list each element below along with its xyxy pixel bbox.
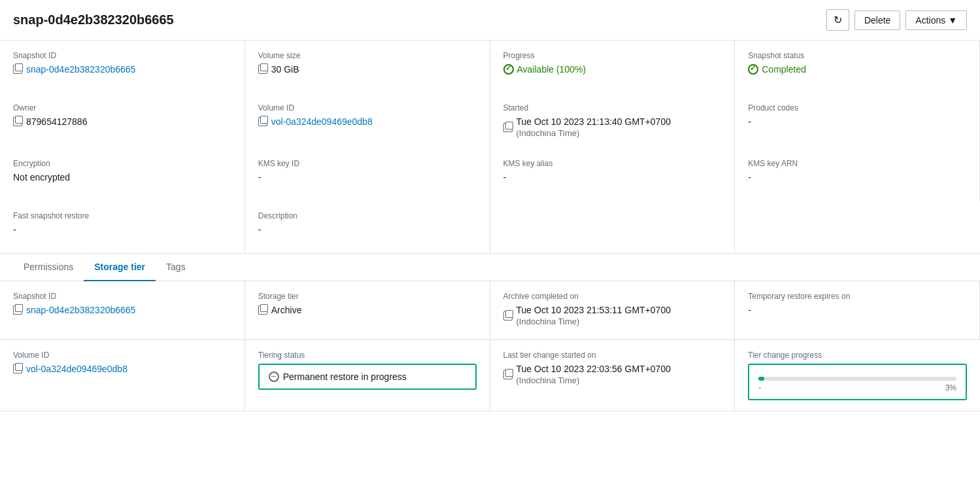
snapshot-status-cell: Snapshot status Completed bbox=[735, 41, 980, 93]
kms-key-id-label: KMS key ID bbox=[258, 159, 477, 168]
st-archive-completed-label: Archive completed on bbox=[503, 292, 722, 301]
encryption-value: Not encrypted bbox=[13, 172, 231, 182]
volume-id-value[interactable]: vol-0a324de09469e0db8 bbox=[258, 116, 477, 127]
progress-label-row: - 3% bbox=[758, 383, 956, 392]
st-archive-icon bbox=[503, 311, 513, 320]
owner-value: 879654127886 bbox=[13, 116, 231, 127]
st-tier-change-progress-cell: Tier change progress - 3% bbox=[735, 340, 980, 411]
st-storage-tier-cell: Storage tier Archive bbox=[245, 281, 490, 340]
kms-key-id-value: - bbox=[258, 172, 477, 182]
header-actions: ↻ Delete Actions ▼ bbox=[826, 9, 967, 31]
snapshot-status-label: Snapshot status bbox=[748, 51, 966, 60]
st-tiering-status-value: Permanent restore in progress bbox=[269, 371, 466, 382]
kms-key-alias-value: - bbox=[503, 172, 722, 182]
actions-button[interactable]: Actions ▼ bbox=[905, 10, 967, 30]
st-volume-id-cell: Volume ID vol-0a324de09469e0db8 bbox=[0, 340, 245, 411]
fast-snapshot-label: Fast snapshot restore bbox=[13, 211, 231, 220]
refresh-icon: ↻ bbox=[834, 14, 842, 26]
delete-button[interactable]: Delete bbox=[854, 10, 900, 30]
tab-tags[interactable]: Tags bbox=[156, 254, 196, 281]
refresh-button[interactable]: ↻ bbox=[826, 9, 849, 31]
volume-id-label: Volume ID bbox=[258, 103, 477, 112]
progress-label: Progress bbox=[503, 51, 722, 60]
st-last-tier-icon bbox=[503, 370, 513, 379]
progress-marker: - bbox=[758, 383, 761, 392]
progress-cell: Progress Available (100%) bbox=[490, 41, 735, 93]
fast-snapshot-cell: Fast snapshot restore - bbox=[0, 201, 245, 253]
st-snapshot-id-value[interactable]: snap-0d4e2b382320b6665 bbox=[13, 305, 231, 315]
fast-snapshot-value: - bbox=[13, 224, 231, 235]
st-snapshot-id-cell: Snapshot ID snap-0d4e2b382320b6665 bbox=[0, 281, 245, 340]
page-title: snap-0d4e2b382320b6665 bbox=[13, 12, 174, 27]
st-last-tier-change-label: Last tier change started on bbox=[503, 351, 722, 360]
product-codes-cell: Product codes - bbox=[735, 93, 980, 148]
kms-key-arn-value: - bbox=[748, 172, 966, 182]
started-row: Tue Oct 10 2023 21:13:40 GMT+0700 (Indoc… bbox=[516, 116, 671, 138]
started-label: Started bbox=[503, 103, 722, 112]
volume-size-icon bbox=[258, 65, 267, 74]
progress-percent: 3% bbox=[945, 383, 956, 392]
st-tiering-status-cell: Tiering status Permanent restore in prog… bbox=[245, 340, 490, 411]
tab-storage-tier[interactable]: Storage tier bbox=[84, 254, 156, 281]
volume-size-value: 30 GiB bbox=[258, 64, 477, 75]
st-temp-restore-value: - bbox=[748, 305, 966, 315]
description-value: - bbox=[258, 224, 477, 235]
st-temp-restore-cell: Temporary restore expires on - bbox=[735, 281, 980, 340]
st-last-tier-row: Tue Oct 10 2023 22:03:56 GMT+0700 (Indoc… bbox=[516, 364, 671, 385]
storage-tier-grid: Snapshot ID snap-0d4e2b382320b6665 Stora… bbox=[0, 281, 980, 411]
kms-key-alias-cell: KMS key alias - bbox=[490, 148, 735, 201]
page-container: snap-0d4e2b382320b6665 ↻ Delete Actions … bbox=[0, 0, 980, 501]
st-volume-id-value[interactable]: vol-0a324de09469e0db8 bbox=[13, 364, 231, 374]
st-volume-id-label: Volume ID bbox=[13, 351, 231, 360]
kms-key-id-cell: KMS key ID - bbox=[245, 148, 490, 201]
started-value: Tue Oct 10 2023 21:13:40 GMT+0700 (Indoc… bbox=[503, 116, 722, 138]
progress-bar-fill bbox=[758, 377, 764, 381]
check-circle-icon bbox=[503, 64, 514, 75]
st-archive-completed-cell: Archive completed on Tue Oct 10 2023 21:… bbox=[490, 281, 735, 340]
product-codes-label: Product codes bbox=[748, 103, 966, 112]
st-storage-tier-value: Archive bbox=[258, 305, 477, 315]
st-storage-tier-label: Storage tier bbox=[258, 292, 477, 301]
st-tiering-status-label: Tiering status bbox=[258, 351, 477, 360]
snapshot-id-value[interactable]: snap-0d4e2b382320b6665 bbox=[13, 64, 231, 75]
volume-size-cell: Volume size 30 GiB bbox=[245, 41, 490, 93]
kms-key-arn-cell: KMS key ARN - bbox=[735, 148, 980, 201]
snapshot-id-label: Snapshot ID bbox=[13, 51, 231, 60]
progress-value: Available (100%) bbox=[503, 64, 722, 75]
description-cell: Description - bbox=[245, 201, 490, 253]
encryption-label: Encryption bbox=[13, 159, 231, 168]
st-last-tier-change-value: Tue Oct 10 2023 22:03:56 GMT+0700 (Indoc… bbox=[503, 364, 722, 385]
snapshot-id-cell: Snapshot ID snap-0d4e2b382320b6665 bbox=[0, 41, 245, 93]
progress-bar-container bbox=[758, 377, 956, 381]
product-codes-value: - bbox=[748, 116, 966, 127]
kms-key-arn-label: KMS key ARN bbox=[748, 159, 966, 168]
empty-cell-2 bbox=[735, 201, 980, 253]
owner-label: Owner bbox=[13, 103, 231, 112]
header: snap-0d4e2b382320b6665 ↻ Delete Actions … bbox=[0, 0, 980, 41]
empty-cell-1 bbox=[490, 201, 735, 253]
owner-cell: Owner 879654127886 bbox=[0, 93, 245, 148]
st-temp-restore-label: Temporary restore expires on bbox=[748, 292, 966, 301]
actions-label: Actions ▼ bbox=[915, 15, 957, 26]
started-cell: Started Tue Oct 10 2023 21:13:40 GMT+070… bbox=[490, 93, 735, 148]
owner-copy-icon bbox=[13, 117, 22, 126]
st-archive-completed-value: Tue Oct 10 2023 21:53:11 GMT+0700 (Indoc… bbox=[503, 305, 722, 326]
snapshot-status-value: Completed bbox=[748, 64, 966, 75]
volume-size-label: Volume size bbox=[258, 51, 477, 60]
volume-id-icon bbox=[258, 117, 267, 126]
copy-icon bbox=[13, 65, 22, 74]
st-snapshot-id-label: Snapshot ID bbox=[13, 292, 231, 301]
st-tier-change-progress-label: Tier change progress bbox=[748, 351, 967, 360]
tabs-container: Permissions Storage tier Tags bbox=[0, 254, 980, 281]
tabs: Permissions Storage tier Tags bbox=[13, 254, 967, 281]
in-progress-icon bbox=[269, 371, 279, 382]
encryption-cell: Encryption Not encrypted bbox=[0, 148, 245, 201]
st-archive-row: Tue Oct 10 2023 21:53:11 GMT+0700 (Indoc… bbox=[516, 305, 671, 326]
volume-id-cell: Volume ID vol-0a324de09469e0db8 bbox=[245, 93, 490, 148]
delete-label: Delete bbox=[864, 15, 890, 26]
tier-change-progress-box: - 3% bbox=[748, 364, 967, 400]
kms-key-alias-label: KMS key alias bbox=[503, 159, 722, 168]
tiering-status-box: Permanent restore in progress bbox=[258, 364, 477, 390]
tab-permissions[interactable]: Permissions bbox=[13, 254, 84, 281]
st-last-tier-change-cell: Last tier change started on Tue Oct 10 2… bbox=[490, 340, 735, 411]
